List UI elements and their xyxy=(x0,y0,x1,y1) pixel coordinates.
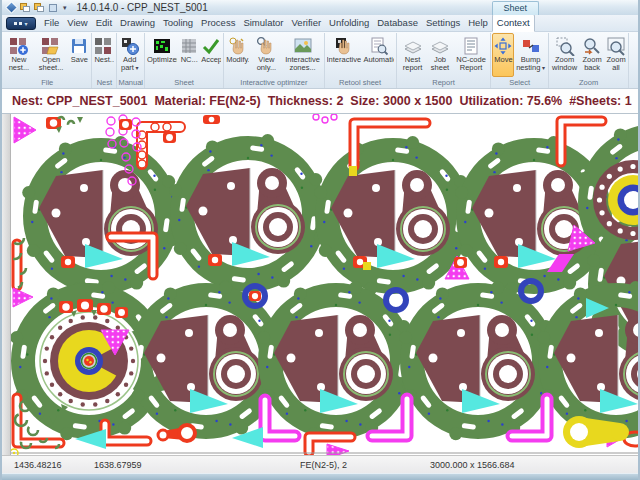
title-bar[interactable]: ▾ 14.0.14.0 - CPP_NEST_5001 Sheet xyxy=(2,0,638,15)
optimizer-icon xyxy=(152,36,172,56)
nc-button[interactable]: NC... xyxy=(178,33,200,77)
nest-icon xyxy=(94,36,114,56)
automatic-retool-button[interactable]: Automatic... xyxy=(362,33,394,77)
nested-part-clamp[interactable] xyxy=(249,291,261,301)
tab-view[interactable]: View xyxy=(63,15,91,31)
ribbon-group-manual: Add part ▾Manual xyxy=(117,33,145,88)
group-label: Report xyxy=(398,77,490,88)
add-part-button[interactable]: Add part ▾ xyxy=(118,33,141,77)
nested-part-yellow-shape[interactable] xyxy=(363,262,371,270)
tab-settings[interactable]: Settings xyxy=(422,15,464,31)
add-part-icon xyxy=(120,36,140,56)
nested-part-clamp[interactable] xyxy=(119,119,132,130)
interactive-zones-button[interactable]: Interactive zones... xyxy=(283,33,323,77)
nested-part-clamp[interactable] xyxy=(454,257,467,268)
ribbon-group-file: New nest...Open sheet...SaveFile xyxy=(3,33,92,88)
tab-simulator[interactable]: Simulator xyxy=(239,15,287,31)
accept-button[interactable]: Accept xyxy=(200,33,222,77)
optimizer-button[interactable]: Optimizer... xyxy=(146,33,178,77)
nested-part-bracket[interactable] xyxy=(331,170,450,258)
button-label: Optimizer... xyxy=(147,56,177,64)
tab-drawing[interactable]: Drawing xyxy=(116,15,159,31)
qat-dropdown-icon[interactable]: ▾ xyxy=(61,4,69,12)
context-group-label[interactable]: Sheet xyxy=(492,1,539,15)
nest-canvas[interactable] xyxy=(11,114,638,455)
nested-part-gear-ring[interactable] xyxy=(399,281,557,440)
app-window: ▾ 14.0.14.0 - CPP_NEST_5001 Sheet ▾ File… xyxy=(0,0,640,480)
nested-part-clamp[interactable] xyxy=(97,303,111,315)
button-label: View only... xyxy=(251,56,281,73)
ribbon-group-zoom: Zoom windowZoom backZoom allZoom xyxy=(549,33,630,88)
panel-splitter[interactable] xyxy=(2,114,11,455)
modify-icon xyxy=(228,36,248,56)
ribbon-group-sheet: Optimizer...NC...AcceptSheet xyxy=(145,33,224,88)
nested-part-clamp[interactable] xyxy=(77,299,93,312)
nested-part-washers[interactable] xyxy=(313,114,337,123)
nested-part-clamp[interactable] xyxy=(163,132,176,143)
nested-part-bracket[interactable] xyxy=(274,315,393,403)
zoom-window-button[interactable]: Zoom window xyxy=(550,33,580,77)
nested-part-perforated-triangle[interactable] xyxy=(14,117,36,143)
modify-button[interactable]: Modify... xyxy=(225,33,250,77)
nc-code-report-button[interactable]: NC-code Report xyxy=(453,33,490,77)
bump-nesting-button[interactable]: Bump nesting ▾ xyxy=(514,33,546,77)
window-title: 14.0.14.0 - CPP_NEST_5001 xyxy=(77,2,208,13)
save-button[interactable]: Save xyxy=(68,33,90,77)
nest-button[interactable]: Nest... xyxy=(93,33,115,77)
status-bar: 1436.48216 1638.67959 FE(N2-5), 2 3000.0… xyxy=(2,455,638,473)
tab-file[interactable]: File xyxy=(40,15,63,31)
nested-part-clamp[interactable] xyxy=(115,307,128,318)
button-label: Automatic... xyxy=(363,56,393,64)
nest-drawing[interactable] xyxy=(11,114,638,455)
button-label: Zoom all xyxy=(606,56,627,73)
save-icon[interactable] xyxy=(19,2,31,13)
nested-part-gear-ring[interactable] xyxy=(169,134,327,293)
nested-part-perforated-triangle[interactable] xyxy=(13,288,33,307)
group-label: Select xyxy=(492,77,546,88)
preview-icon[interactable] xyxy=(47,2,59,13)
nested-part-tube-holes[interactable] xyxy=(138,123,180,168)
nest-report-icon xyxy=(403,36,423,56)
zoom-all-button[interactable]: Zoom all xyxy=(605,33,628,77)
move-button[interactable]: Move xyxy=(492,33,514,77)
view-only-button[interactable]: View only... xyxy=(250,33,282,77)
new-nest-button[interactable]: New nest... xyxy=(4,33,34,77)
view-only-icon xyxy=(256,36,276,56)
button-label: Move xyxy=(493,56,513,64)
tab-database[interactable]: Database xyxy=(373,15,422,31)
zoom-all-icon xyxy=(606,36,626,56)
nested-part-bracket[interactable] xyxy=(186,168,305,256)
zoom-back-button[interactable]: Zoom back xyxy=(580,33,605,77)
nested-part-clamp[interactable] xyxy=(59,301,73,313)
open-sheet-button[interactable]: Open sheet... xyxy=(34,33,69,77)
tab-process[interactable]: Process xyxy=(197,15,239,31)
new-nest-icon xyxy=(9,36,29,56)
nested-part-yellow-shape[interactable] xyxy=(349,166,357,176)
tab-help[interactable]: Help xyxy=(464,15,492,31)
app-logo-icon[interactable] xyxy=(5,1,17,13)
nested-part-clamp[interactable] xyxy=(203,115,220,124)
job-sheet-button[interactable]: Job sheet xyxy=(427,33,452,77)
nested-part-gear-ring[interactable] xyxy=(314,136,472,295)
nested-part-gear-ring[interactable] xyxy=(257,281,415,440)
nested-part-bracket[interactable] xyxy=(39,170,158,258)
nested-part-bracket[interactable] xyxy=(416,315,535,403)
nc-code-report-icon xyxy=(461,36,481,56)
nested-part-ring[interactable] xyxy=(383,287,409,313)
cursor-x-value: 1436.48216 xyxy=(14,460,62,470)
tab-verifier[interactable]: Verifier xyxy=(288,15,326,31)
nested-part-clutch[interactable] xyxy=(37,309,141,413)
accept-icon xyxy=(201,36,221,56)
nested-part-green-shape[interactable] xyxy=(77,117,83,123)
interactive-retool-button[interactable]: Interactive... xyxy=(326,33,363,77)
quick-access-toolbar: ▾ xyxy=(6,2,69,13)
nest-report-button[interactable]: Nest report xyxy=(398,33,428,77)
application-menu-button[interactable]: ▾ xyxy=(6,17,36,30)
tab-tooling[interactable]: Tooling xyxy=(159,15,197,31)
ribbon-group-select: MoveBump nesting ▾Select xyxy=(491,33,548,88)
print-icon[interactable] xyxy=(33,2,45,13)
tab-unfolding[interactable]: Unfolding xyxy=(325,15,373,31)
ribbon-group-report: Nest reportJob sheetNC-code ReportReport xyxy=(397,33,492,88)
tab-edit[interactable]: Edit xyxy=(92,15,116,31)
tab-context[interactable]: Context xyxy=(492,14,535,32)
